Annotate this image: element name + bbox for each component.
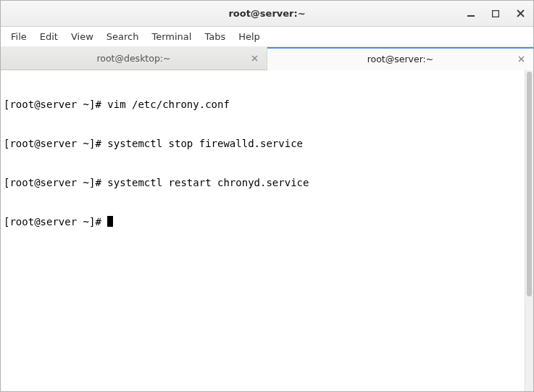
terminal-line: [root@server ~]# vim /etc/chrony.conf — [4, 98, 522, 111]
prompt: [root@server ~]# — [4, 216, 107, 228]
menu-search[interactable]: Search — [101, 28, 145, 45]
menu-tabs[interactable]: Tabs — [199, 28, 231, 45]
window-controls — [465, 8, 533, 20]
scrollbar-thumb[interactable] — [527, 72, 532, 296]
close-button[interactable] — [514, 8, 526, 20]
svg-rect-0 — [467, 15, 475, 17]
cursor-icon — [107, 216, 113, 227]
menu-terminal[interactable]: Terminal — [146, 28, 197, 45]
tab-close-button[interactable] — [249, 54, 259, 64]
menu-edit[interactable]: Edit — [34, 28, 64, 45]
tab-desktop[interactable]: root@desktop:~ — [1, 47, 267, 70]
prompt: [root@server ~]# — [4, 99, 107, 110]
titlebar: root@server:~ — [1, 1, 533, 27]
tab-label: root@desktop:~ — [96, 53, 170, 64]
command: vim /etc/chrony.conf — [107, 99, 230, 110]
minimize-icon — [467, 10, 475, 17]
terminal-line: [root@server ~]# systemctl stop firewall… — [4, 137, 522, 150]
window-title: root@server:~ — [1, 8, 533, 19]
tab-server[interactable]: root@server:~ — [267, 47, 533, 70]
tab-label: root@server:~ — [367, 54, 434, 64]
menu-help[interactable]: Help — [233, 28, 266, 45]
command: systemctl restart chronyd.service — [107, 177, 309, 188]
maximize-icon — [492, 10, 499, 17]
maximize-button[interactable] — [490, 8, 501, 20]
close-icon — [518, 56, 525, 62]
terminal-area: [root@server ~]# vim /etc/chrony.conf [r… — [1, 70, 533, 391]
menu-view[interactable]: View — [65, 28, 99, 45]
terminal-line: [root@server ~]# systemctl restart chron… — [4, 176, 522, 189]
terminal-line: [root@server ~]# — [4, 215, 522, 228]
tab-close-button[interactable] — [516, 54, 526, 64]
menubar: File Edit View Search Terminal Tabs Help — [1, 27, 533, 47]
close-icon — [517, 9, 525, 17]
terminal[interactable]: [root@server ~]# vim /etc/chrony.conf [r… — [1, 70, 525, 391]
tabbar: root@desktop:~ root@server:~ — [1, 47, 533, 70]
prompt: [root@server ~]# — [4, 177, 107, 188]
prompt: [root@server ~]# — [4, 138, 107, 149]
svg-rect-1 — [493, 10, 499, 17]
minimize-button[interactable] — [465, 8, 477, 20]
command: systemctl stop firewalld.service — [107, 138, 303, 149]
menu-file[interactable]: File — [5, 28, 33, 45]
close-icon — [251, 55, 258, 62]
scrollbar[interactable] — [525, 70, 533, 391]
